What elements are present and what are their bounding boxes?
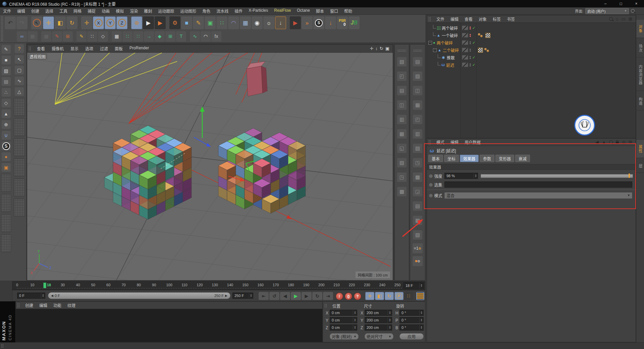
visibility-dot[interactable]	[470, 58, 471, 59]
enabled-check-icon[interactable]: ✓	[472, 41, 475, 45]
palette-grid-block[interactable]	[1, 234, 11, 252]
snap-settings-button[interactable]: =1⚙	[413, 243, 423, 253]
voronoi-fracture-button[interactable]: ◆	[155, 31, 165, 42]
strip1-tool-5[interactable]: ▥	[397, 115, 407, 124]
visibility-dot[interactable]	[470, 28, 471, 30]
workplane-settings-button[interactable]: ■⚙	[413, 256, 423, 266]
side-tab-2[interactable]: 场次	[636, 39, 644, 57]
coord-mode-dropdown[interactable]: 对象 (相对)▼	[330, 333, 359, 340]
minimize-button[interactable]: –	[598, 0, 613, 7]
paint-bucket-button[interactable]: ●	[2, 152, 11, 161]
visibility-dot[interactable]	[470, 41, 471, 43]
stepper-icon[interactable]: ▲▼	[474, 173, 478, 179]
viewport-menu-1[interactable]: 查看	[34, 46, 48, 51]
strength-slider[interactable]	[481, 174, 633, 178]
camera-button[interactable]: ◉	[252, 16, 263, 29]
preview-range-slider[interactable]: ◀ 0 F 250 F ▶	[48, 292, 230, 299]
material-manager-handle[interactable]	[17, 303, 20, 308]
menubar-item-6[interactable]: 网格	[70, 8, 85, 14]
attribute-manager-handle[interactable]	[428, 140, 431, 145]
strip1-tool-7[interactable]: ◱	[397, 144, 407, 153]
filter-parameter-button[interactable]: P	[394, 292, 404, 300]
position-x-field[interactable]: 0 cm▲▼	[330, 310, 357, 316]
palette-grid-block[interactable]	[14, 118, 25, 136]
palette-grid-block[interactable]	[1, 214, 11, 232]
mm-menu-3[interactable]: 功能	[50, 302, 64, 308]
range-left-arrow-icon[interactable]: ◀	[51, 294, 53, 297]
am-menu-3[interactable]: 用户数据	[462, 139, 484, 145]
visibility-toggle[interactable]	[462, 55, 468, 60]
stepper-icon[interactable]: ▲▼	[388, 310, 392, 315]
scale-button[interactable]: ◧	[55, 16, 66, 29]
am-lock-icon[interactable]	[616, 142, 619, 144]
range-end-field[interactable]: 250 F ▲▼	[232, 293, 253, 299]
strip-drag-handle[interactable]	[397, 49, 406, 52]
menubar-item-4[interactable]: 选择	[42, 8, 56, 14]
visibility-dot[interactable]	[470, 34, 471, 35]
editor-render-dots[interactable]	[470, 63, 471, 66]
palette-grid-block[interactable]	[1, 194, 11, 212]
viewport-menu-6[interactable]: 面板	[111, 46, 126, 51]
stepper-icon[interactable]: ▲▼	[419, 283, 423, 288]
lock-y-button[interactable]: Y	[105, 16, 116, 29]
goto-end-button[interactable]: ⇥	[323, 292, 333, 300]
strip1-tool-2[interactable]: ◰	[397, 71, 407, 81]
stepper-icon[interactable]: ▲▼	[249, 293, 253, 298]
live-selection-button[interactable]: ↖	[31, 16, 42, 29]
mm-menu-2[interactable]: 编辑	[36, 302, 50, 308]
position-z-field[interactable]: 0 cm▲▼	[330, 325, 357, 331]
range-start-field[interactable]: 0 F ▲▼	[17, 293, 45, 299]
strip1-tool-8[interactable]: ▨	[397, 158, 407, 167]
om-search-icon[interactable]	[609, 17, 613, 21]
mode-dropdown[interactable]: 混合 ▼	[444, 192, 632, 199]
render-settings-button[interactable]: ⚙	[169, 16, 180, 29]
points-mode-button[interactable]: ∴	[2, 88, 11, 97]
strip2-tool-7[interactable]: ▨	[413, 144, 422, 153]
filter-pla-button[interactable]: ∷	[404, 292, 413, 300]
redo-button[interactable]: ↷	[16, 16, 28, 29]
om-menu-1[interactable]: 文件	[433, 16, 447, 22]
selection-field[interactable]	[444, 182, 632, 188]
strip2-tool-4[interactable]: ▦	[413, 100, 422, 110]
primitive-cube-button[interactable]: ■	[181, 16, 192, 29]
size-z-field[interactable]: 200 cm▲▼	[365, 325, 392, 331]
stepper-icon[interactable]: ▲▼	[388, 317, 392, 323]
am-target-icon[interactable]: ◎	[622, 140, 626, 145]
tree-row-1[interactable]: 两个破碎✓	[427, 24, 636, 32]
strip2-tool-11[interactable]: ▤	[413, 201, 422, 211]
strip2-tool-2[interactable]: ▧	[413, 71, 422, 81]
strip2-tool-8[interactable]: ◳	[413, 158, 422, 167]
floor-button[interactable]: ▦	[240, 16, 251, 29]
visibility-dot[interactable]	[470, 50, 471, 52]
menubar-item-15[interactable]: 流水线	[213, 8, 231, 14]
grid-squares-button[interactable]: ▦	[112, 31, 122, 42]
rotation-p-field[interactable]: 0 °▲▼	[399, 317, 424, 323]
spline-pen-button[interactable]: ✎	[193, 16, 204, 29]
prev-frame-button[interactable]: ◀	[280, 292, 290, 300]
diamond-dots-button[interactable]: ◇	[98, 31, 108, 42]
menubar-item-18[interactable]: RealFlow	[271, 8, 294, 14]
mm-menu-4[interactable]: 纹理	[64, 302, 78, 308]
stepper-icon[interactable]: ▲▼	[353, 325, 357, 330]
palette-grid-block[interactable]	[14, 158, 25, 177]
filter-scale-button[interactable]: ◧	[375, 292, 384, 300]
keyframe-hud-button[interactable]: ?	[354, 293, 361, 300]
visibility-toggle[interactable]	[462, 48, 468, 52]
strip2-tool-12[interactable]: ▦	[413, 216, 422, 225]
texture-tag-icon[interactable]	[485, 33, 490, 38]
editor-render-dots[interactable]	[470, 56, 471, 59]
texture-tag-icon[interactable]	[478, 48, 483, 53]
strip2-tool-3[interactable]: ◫	[413, 86, 422, 95]
side-tab-1[interactable]: 对象	[636, 20, 644, 38]
side-tab-mid-1[interactable]: 属性	[636, 140, 644, 158]
close-button[interactable]: ×	[629, 0, 644, 7]
status-bar-handle[interactable]	[1, 344, 4, 348]
stepper-icon[interactable]: ▲▼	[419, 325, 423, 330]
am-search-icon[interactable]	[609, 140, 613, 144]
tree-row-3[interactable]: −●两个破碎✓	[427, 39, 636, 46]
visibility-toggle[interactable]	[462, 40, 468, 45]
scene-canvas[interactable]: YZX	[27, 53, 393, 280]
tab-3[interactable]: 效果器	[460, 155, 479, 162]
playhead[interactable]	[43, 283, 46, 288]
tab-1[interactable]: 基本	[428, 155, 443, 162]
